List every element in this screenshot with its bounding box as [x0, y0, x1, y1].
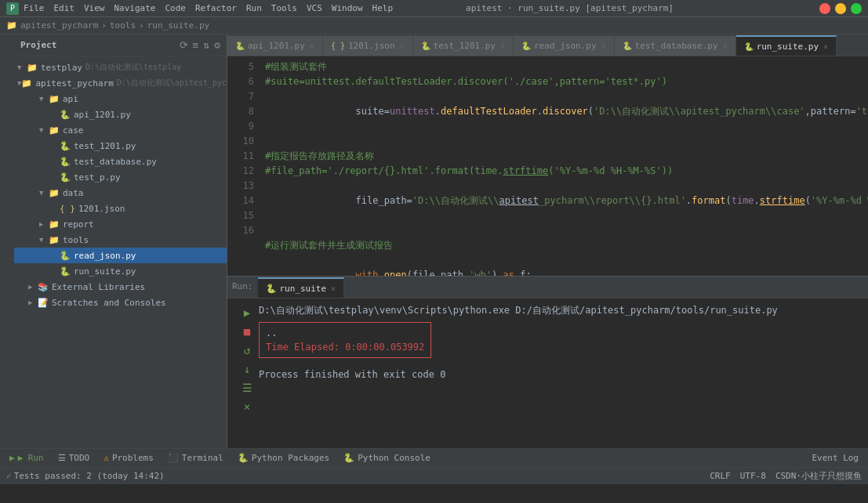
- minimize-button[interactable]: [835, 3, 846, 14]
- menu-tools[interactable]: Tools: [271, 3, 297, 13]
- todo-button[interactable]: ☰ TODO: [52, 450, 96, 467]
- tree-item-test1201[interactable]: 🐍 test_1201.py: [14, 138, 227, 154]
- event-log-label: Event Log: [812, 453, 859, 463]
- breadcrumb-root[interactable]: apitest_pycharm: [20, 20, 98, 31]
- tree-label-readjson: read_json.py: [74, 251, 136, 261]
- tab-close-runsuite[interactable]: ×: [823, 42, 828, 51]
- sync-icon[interactable]: ⟳: [180, 39, 188, 51]
- tab-close-json1201[interactable]: ×: [400, 42, 405, 50]
- scroll-down-button[interactable]: ↓: [239, 361, 255, 377]
- term-tab-close[interactable]: ×: [331, 284, 336, 293]
- rerun-button[interactable]: ↺: [239, 342, 255, 358]
- folder-icon-api: 📁: [49, 94, 60, 104]
- terminal-dots-container: .. Time Elapsed: 0:00:00.053992: [259, 322, 868, 361]
- code-line-13: #运行测试套件并生成测试报告: [265, 238, 868, 253]
- tab-label-runsuite: run_suite.py: [757, 42, 819, 52]
- tree-item-case[interactable]: ▼ 📁 case: [14, 122, 227, 138]
- menu-file[interactable]: File: [24, 3, 45, 13]
- run-label: Run:: [227, 276, 258, 298]
- tree-item-scratches[interactable]: ▶ 📝 Scratches and Consoles: [14, 295, 227, 310]
- python-packages-label: Python Packages: [252, 453, 329, 463]
- menu-code[interactable]: Code: [165, 3, 186, 13]
- run-button[interactable]: ▶ ▶ Run: [3, 450, 50, 467]
- tab-test1201[interactable]: 🐍 test_1201.py ×: [413, 35, 514, 56]
- tab-close-readjson[interactable]: ×: [601, 42, 606, 50]
- problems-label: Problems: [112, 453, 154, 463]
- tab-icon-readjson: 🐍: [521, 42, 531, 50]
- line-numbers: 5 6 7 8 9 10 11 12 13 14 15 16: [227, 56, 259, 276]
- tree-item-json[interactable]: { } 1201.json: [14, 201, 227, 216]
- menu-vcs[interactable]: VCS: [307, 3, 322, 13]
- tree-item-extlibs[interactable]: ▶ 📚 External Libraries: [14, 279, 227, 295]
- folder-icon-scratches: 📝: [38, 298, 49, 308]
- breadcrumb-file[interactable]: run_suite.py: [147, 20, 209, 31]
- tab-close-testdb[interactable]: ×: [723, 42, 728, 50]
- tab-icon-api1201: 🐍: [235, 42, 245, 50]
- tree-item-report[interactable]: ▶ 📁 report: [14, 216, 227, 232]
- crlf-status[interactable]: CRLF: [710, 471, 731, 481]
- menu-view[interactable]: View: [84, 3, 105, 13]
- py-icon-test1201: 🐍: [60, 141, 71, 151]
- python-console-button[interactable]: 🐍 Python Console: [337, 450, 437, 467]
- menu-help[interactable]: Help: [372, 3, 394, 13]
- encoding-status[interactable]: UTF-8: [740, 471, 766, 481]
- tree-item-api1201[interactable]: 🐍 api_1201.py: [14, 107, 227, 122]
- tree-arrow-case: ▼: [39, 126, 49, 134]
- sidebar-toolbar[interactable]: ⟳ ≡ ⇅ ⚙: [180, 39, 220, 51]
- sort-icon[interactable]: ⇅: [203, 39, 209, 51]
- breadcrumb-tools[interactable]: tools: [110, 20, 136, 31]
- menu-edit[interactable]: Edit: [54, 3, 75, 13]
- tree-arrow-scratches: ▶: [28, 299, 38, 306]
- tree-item-tools[interactable]: ▼ 📁 tools: [14, 232, 227, 248]
- close-terminal-button[interactable]: ×: [239, 399, 255, 414]
- event-log-button[interactable]: Event Log: [805, 450, 865, 467]
- tab-testdb[interactable]: 🐍 test_database.py ×: [615, 35, 736, 56]
- maximize-button[interactable]: [851, 3, 862, 14]
- tab-readjson[interactable]: 🐍 read_json.py ×: [514, 35, 615, 56]
- collapse-all-icon[interactable]: ≡: [193, 39, 199, 51]
- tab-label-json1201: 1201.json: [348, 41, 395, 51]
- play-button[interactable]: ▶: [239, 305, 255, 320]
- settings-button[interactable]: ☰: [239, 380, 255, 396]
- code-line-14: with open(file_path,'wb') as f:: [265, 253, 868, 276]
- menu-window[interactable]: Window: [332, 3, 363, 13]
- tree-item-readjson[interactable]: 🐍 read_json.py: [14, 248, 227, 263]
- tree-item-data[interactable]: ▼ 📁 data: [14, 185, 227, 201]
- tree-item-testp[interactable]: 🐍 test_p.py: [14, 169, 227, 185]
- project-tree: ▼ 📁 testplay D:\自动化测试\testplay ▼ 📁 apite…: [0, 56, 227, 448]
- tree-item-apitest[interactable]: ▼ 📁 apitest_pycharm D:\自动化测试\apitest_pyc…: [14, 75, 227, 91]
- tab-runsuite[interactable]: 🐍 run_suite.py ×: [736, 35, 837, 56]
- code-content[interactable]: #组装测试套件 #suite=unittest.defaultTestLoade…: [259, 56, 868, 276]
- python-packages-button[interactable]: 🐍 Python Packages: [231, 450, 336, 467]
- line-num-12: 12: [227, 164, 254, 179]
- term-tab-runsuite[interactable]: 🐍 run_suite ×: [258, 277, 345, 298]
- line-num-16: 16: [227, 223, 254, 238]
- tab-json1201[interactable]: { } 1201.json ×: [323, 35, 413, 56]
- python-console-label: Python Console: [358, 453, 430, 463]
- settings-icon[interactable]: ⚙: [214, 39, 220, 51]
- menu-refactor[interactable]: Refactor: [195, 3, 237, 13]
- menu-run[interactable]: Run: [246, 3, 262, 13]
- menu-bar[interactable]: File Edit View Navigate Code Refactor Ru…: [24, 3, 393, 13]
- terminal-controls: ▶ ■ ↺ ↓ ☰ ×: [235, 303, 259, 443]
- tests-passed-status[interactable]: ✓ Tests passed: 2 (today 14:42): [6, 471, 165, 481]
- terminal-button[interactable]: ⬛ Terminal: [162, 450, 230, 467]
- event-log-area: Event Log: [805, 450, 865, 467]
- tab-api1201[interactable]: 🐍 api_1201.py ×: [227, 35, 323, 56]
- breadcrumb-icon: 📁: [6, 20, 17, 31]
- tab-label-api1201: api_1201.py: [248, 41, 305, 51]
- tree-item-api[interactable]: ▼ 📁 api: [14, 91, 227, 107]
- tab-close-api1201[interactable]: ×: [310, 42, 314, 50]
- menu-navigate[interactable]: Navigate: [114, 3, 156, 13]
- tab-close-test1201[interactable]: ×: [500, 42, 505, 50]
- stop-button[interactable]: ■: [239, 324, 255, 339]
- window-title: apitest · run_suite.py [apitest_pycharm]: [466, 3, 674, 13]
- tree-item-testdb[interactable]: 🐍 test_database.py: [14, 154, 227, 169]
- tree-label-json: 1201.json: [78, 204, 125, 214]
- close-button[interactable]: [819, 3, 830, 14]
- tree-item-testplay[interactable]: ▼ 📁 testplay D:\自动化测试\testplay: [14, 60, 227, 75]
- tree-item-runsuite[interactable]: 🐍 run_suite.py: [14, 263, 227, 279]
- python-packages-icon: 🐍: [238, 453, 249, 463]
- problems-button[interactable]: ⚠ Problems: [97, 450, 160, 467]
- python-console-icon: 🐍: [343, 453, 354, 463]
